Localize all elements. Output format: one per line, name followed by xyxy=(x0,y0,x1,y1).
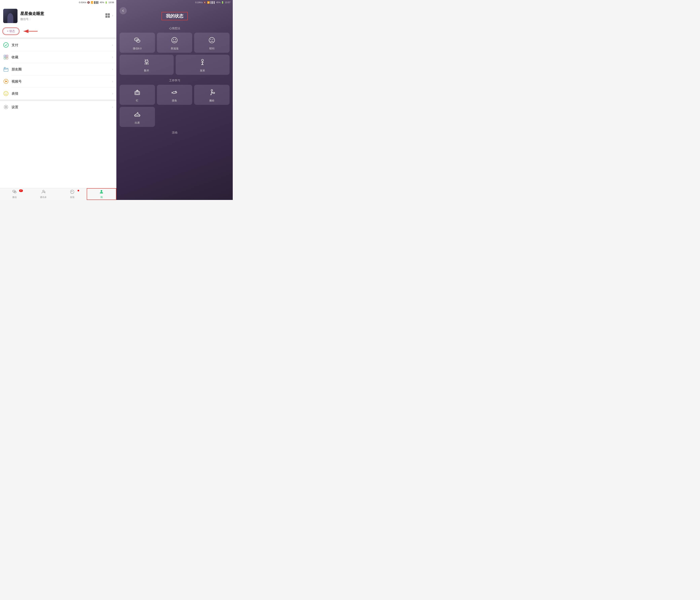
status-bar-right: 0.10K/s 🔇 📶 ▌▌▌ 45% 🔋 13:57 xyxy=(116,0,233,5)
svg-point-19 xyxy=(15,192,15,192)
svg-point-11 xyxy=(4,91,8,96)
pay-chevron-icon: › xyxy=(112,43,113,47)
svg-rect-6 xyxy=(6,57,8,59)
time-left: 13:56 xyxy=(108,1,114,4)
network-speed-left: 0.01K/s xyxy=(79,1,86,4)
svg-point-36 xyxy=(210,39,211,40)
profile-chevron-icon: › xyxy=(112,14,113,17)
moyu-icon xyxy=(171,89,178,97)
status-card-fazhen[interactable]: 发呆 xyxy=(176,55,230,75)
section-label-mood: 心情想法 xyxy=(116,27,233,30)
discover-nav-icon xyxy=(70,190,75,195)
signal-icon-left: ▌▌▌ xyxy=(94,1,99,4)
nav-me-label: 我 xyxy=(100,196,103,199)
red-arrow-annotation xyxy=(23,28,39,34)
svg-point-33 xyxy=(173,39,174,40)
moyu-label: 摸鱼 xyxy=(172,99,177,102)
channels-chevron-icon: › xyxy=(112,80,113,83)
chuchai-label: 出差 xyxy=(135,121,140,125)
banzhuang-label: 搬砖 xyxy=(209,99,215,102)
moments-label: 朋友圈 xyxy=(11,67,109,72)
wifi-icon-right: 📶 xyxy=(207,1,210,4)
main-divider xyxy=(0,38,116,39)
time-right: 13:57 xyxy=(225,1,230,4)
qr-code-icon[interactable] xyxy=(105,13,110,18)
back-button[interactable] xyxy=(120,7,127,14)
contacts-nav-icon xyxy=(41,190,46,195)
qr-block-2 xyxy=(108,13,110,15)
svg-point-27 xyxy=(135,39,136,40)
status-card-chuchai[interactable]: 出差 xyxy=(120,107,155,127)
yumen-label: 郁闷 xyxy=(209,47,215,50)
discover-dot-badge xyxy=(78,190,79,191)
svg-point-41 xyxy=(201,59,203,61)
menu-item-channels[interactable]: 视频号 › xyxy=(0,75,116,88)
svg-rect-7 xyxy=(4,68,8,71)
pay-icon xyxy=(3,42,9,48)
svg-point-45 xyxy=(137,90,138,91)
chuchai-icon xyxy=(134,111,141,119)
menu-item-settings[interactable]: 设置 › xyxy=(0,101,116,113)
avatar[interactable] xyxy=(3,9,18,23)
mute-icon-right: 🔇 xyxy=(203,1,206,4)
svg-point-30 xyxy=(137,41,138,41)
favorites-label: 收藏 xyxy=(11,55,109,59)
favorites-chevron-icon: › xyxy=(112,55,113,59)
battery-icon-left: 🔋 xyxy=(105,1,108,4)
section-label-activity: 活动 xyxy=(116,131,233,134)
profile-section: 星星偷走睡意 微信号： › xyxy=(0,5,116,26)
battery-right: 45% xyxy=(216,1,220,4)
svg-point-35 xyxy=(209,38,215,43)
menu-item-moments[interactable]: 朋友圈 › xyxy=(0,63,116,75)
settings-icon xyxy=(3,104,9,110)
wifi-icon-left: 📶 xyxy=(91,1,94,4)
status-card-busy[interactable]: 忙 xyxy=(120,85,155,105)
right-content: 心情想法 微信8.0 xyxy=(116,22,233,200)
nav-contacts[interactable]: 通讯录 xyxy=(29,188,58,200)
svg-point-14 xyxy=(5,106,7,108)
work-grid-1col: 出差 xyxy=(116,107,233,127)
signal-icon-right: ▌▌▌ xyxy=(211,1,215,4)
wechat80-icon xyxy=(134,36,141,45)
qr-block-4 xyxy=(108,16,110,18)
qr-block-1 xyxy=(105,13,107,15)
mood-grid-3col: 微信8.0 美滋滋 xyxy=(116,33,233,53)
avatar-image xyxy=(3,9,18,23)
svg-point-47 xyxy=(211,90,212,91)
channels-icon xyxy=(3,79,9,84)
nav-contacts-label: 通讯录 xyxy=(40,196,47,199)
status-card-shuyang[interactable]: 数羊 xyxy=(120,55,174,75)
stickers-label: 表情 xyxy=(11,91,109,96)
battery-left: 45% xyxy=(100,1,104,4)
svg-rect-4 xyxy=(6,55,8,57)
stickers-chevron-icon: › xyxy=(112,92,113,95)
work-grid-3col: 忙 摸鱼 xyxy=(116,85,233,105)
profile-info: 星星偷走睡意 微信号： xyxy=(20,11,113,21)
menu-item-favorites[interactable]: 收藏 › xyxy=(0,51,116,63)
status-card-yumen[interactable]: 郁闷 xyxy=(194,33,229,53)
settings-divider xyxy=(0,99,116,101)
svg-point-13 xyxy=(6,93,7,93)
menu-item-stickers[interactable]: 表情 › xyxy=(0,88,116,99)
wechat80-label: 微信8.0 xyxy=(133,47,142,50)
status-card-moyu[interactable]: 摸鱼 xyxy=(157,85,192,105)
svg-rect-5 xyxy=(4,57,6,59)
svg-point-39 xyxy=(145,61,146,61)
nav-discover[interactable]: 发现 xyxy=(58,188,87,200)
menu-item-pay[interactable]: 支付 › xyxy=(0,39,116,51)
svg-point-31 xyxy=(139,41,139,41)
svg-point-16 xyxy=(13,191,14,191)
meizi-label: 美滋滋 xyxy=(171,47,178,50)
status-card-wechat80[interactable]: 微信8.0 xyxy=(120,33,155,53)
status-card-banzhuang[interactable]: 搬砖 xyxy=(194,85,229,105)
mute-icon-left: 🔇 xyxy=(87,1,90,4)
status-card-meizi[interactable]: 美滋滋 xyxy=(157,33,192,53)
nav-wechat[interactable]: 47 微信 xyxy=(0,188,29,200)
nav-me[interactable]: 我 xyxy=(87,188,116,200)
status-button[interactable]: + 状态 xyxy=(3,28,19,34)
wechat-label: 微信号： xyxy=(20,18,31,21)
status-bar-left: 0.01K/s 🔇 📶 ▌▌▌ 45% 🔋 13:56 xyxy=(0,0,116,5)
nav-wechat-label: 微信 xyxy=(12,196,17,199)
svg-point-25 xyxy=(101,190,102,192)
favorites-icon xyxy=(3,54,9,60)
